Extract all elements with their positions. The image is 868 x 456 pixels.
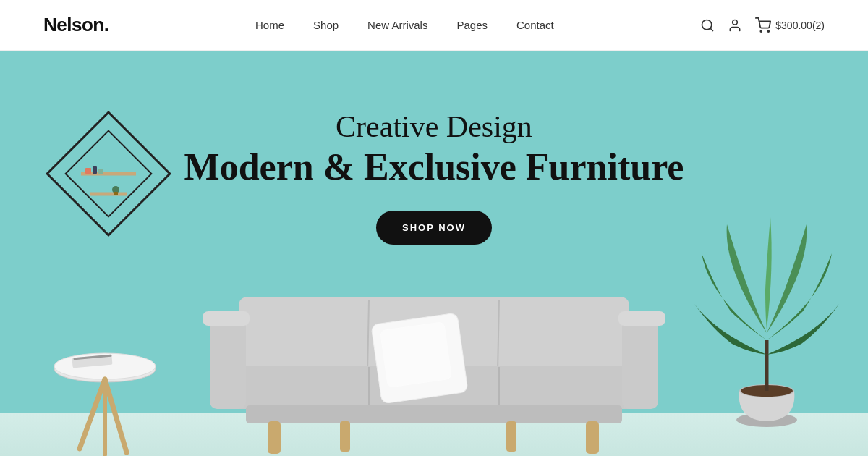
sofa [181, 253, 687, 456]
nav-shop[interactable]: Shop [313, 19, 339, 31]
shop-now-button[interactable]: SHOP NOW [376, 211, 492, 245]
svg-line-17 [105, 379, 127, 452]
user-icon [728, 18, 742, 33]
sofa-svg [181, 253, 687, 456]
cart-button[interactable]: $300.00(2) [755, 17, 825, 33]
svg-rect-29 [622, 315, 658, 409]
hero-section: Creative Design Modern & Exclusive Furni… [0, 51, 868, 456]
side-table [43, 297, 166, 456]
nav-new-arrivals[interactable]: New Arrivals [367, 19, 427, 31]
nav-pages[interactable]: Pages [456, 19, 488, 31]
svg-rect-31 [246, 405, 622, 423]
side-table-svg [43, 297, 166, 456]
svg-rect-30 [618, 311, 665, 326]
shelf-svg [43, 109, 174, 253]
svg-rect-37 [380, 321, 452, 388]
header: Nelson. Home Shop New Arrivals Pages Con… [0, 0, 868, 51]
svg-line-16 [80, 379, 105, 449]
plant-decoration [694, 210, 839, 456]
svg-rect-34 [506, 421, 516, 452]
svg-rect-33 [340, 421, 350, 452]
account-button[interactable] [728, 18, 742, 33]
svg-rect-13 [114, 192, 118, 195]
hero-title: Modern & Exclusive Furniture [184, 145, 684, 190]
nav-contact[interactable]: Contact [516, 19, 554, 31]
plant-svg [694, 210, 839, 456]
svg-line-1 [710, 28, 713, 30]
svg-rect-32 [268, 421, 281, 454]
search-button[interactable] [700, 18, 715, 33]
header-icons: $300.00(2) [700, 17, 825, 33]
hero-text: Creative Design Modern & Exclusive Furni… [184, 109, 684, 245]
svg-rect-35 [586, 421, 599, 454]
svg-rect-27 [210, 315, 246, 409]
svg-rect-11 [98, 169, 103, 174]
nav-home[interactable]: Home [255, 19, 284, 31]
main-nav: Home Shop New Arrivals Pages Contact [255, 19, 554, 31]
svg-rect-10 [93, 166, 97, 174]
cart-icon [755, 17, 771, 33]
svg-point-3 [761, 30, 762, 32]
logo: Nelson. [43, 14, 109, 36]
search-icon [700, 18, 715, 33]
svg-point-2 [733, 20, 738, 25]
svg-point-4 [768, 30, 770, 32]
hero-subtitle: Creative Design [184, 109, 684, 145]
svg-rect-28 [203, 311, 250, 326]
shelf-decoration [43, 109, 174, 253]
cart-total: $300.00(2) [775, 20, 825, 31]
svg-rect-9 [85, 168, 91, 174]
